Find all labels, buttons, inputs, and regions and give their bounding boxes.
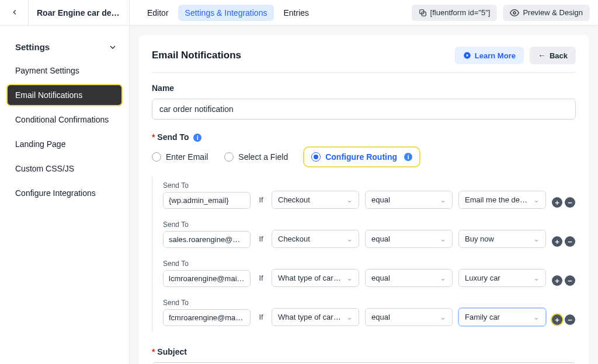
sidebar-item-email-notifications[interactable]: Email Notifications [7,85,122,106]
sidebar-heading-label: Settings [15,42,50,52]
page-title: Email Notifications [152,50,241,61]
if-label: If [256,313,266,326]
form-title: Roar Engine car deal... [36,8,122,18]
chevron-down-icon: ⌄ [440,195,446,204]
back-label: Back [550,51,568,60]
copy-icon [419,9,427,17]
radio-select-a-field-label: Select a Field [238,152,288,162]
sidebar-item-custom-css-js[interactable]: Custom CSS/JS [7,158,122,179]
back-chevron-icon[interactable] [8,5,21,20]
top-tabs: Editor Settings & Integrations Entries [140,5,316,21]
add-rule-icon[interactable] [552,236,562,247]
tab-entries[interactable]: Entries [276,5,316,21]
radio-enter-email[interactable]: Enter Email [152,152,208,162]
tab-editor[interactable]: Editor [140,5,176,21]
arrow-left-icon: ← [538,51,546,60]
subject-label: Subject [152,347,576,356]
chevron-down-icon: ⌄ [533,195,540,204]
info-icon[interactable]: i [404,153,412,161]
rule-sendto-input[interactable] [163,192,251,209]
rule-sendto-label: Send To [163,260,251,268]
rule-sendto-input[interactable] [163,309,251,326]
if-label: If [256,195,266,209]
radio-enter-email-label: Enter Email [166,152,208,162]
chevron-down-icon: ⌄ [346,313,353,321]
rule-op-select[interactable]: equal⌄ [365,269,453,287]
sidebar-item-conditional-confirmations[interactable]: Conditional Confirmations [7,109,122,130]
remove-rule-icon[interactable] [565,197,575,208]
rule-sendto-label: Send To [163,181,251,190]
chevron-down-icon: ⌄ [346,274,353,282]
sidebar-item-configure-integrations[interactable]: Configure Integrations [7,183,122,204]
rule-sendto-label: Send To [163,220,251,229]
add-rule-icon[interactable] [552,314,562,325]
remove-rule-icon[interactable] [565,236,575,247]
chevron-down-icon: ⌄ [533,313,540,321]
learn-more-button[interactable]: Learn More [455,47,524,64]
radio-select-a-field[interactable]: Select a Field [224,152,288,162]
eye-icon [510,8,519,18]
chevron-down-icon: ⌄ [440,313,446,321]
routing-rule: Send To If Checkout⌄ equal⌄ Buy now⌄ [152,215,576,254]
rule-op-select[interactable]: equal⌄ [365,308,453,326]
learn-more-label: Learn More [475,51,516,60]
sidebar-item-payment-settings[interactable]: Payment Settings [7,60,122,81]
chevron-down-icon: ⌄ [346,195,353,204]
svg-point-2 [513,12,516,14]
rule-sendto-input[interactable] [163,270,251,287]
preview-design-label: Preview & Design [523,8,583,17]
preview-design-button[interactable]: Preview & Design [503,5,590,21]
rule-sendto-input[interactable] [163,231,251,248]
send-to-label: Send To i [152,132,576,142]
name-input[interactable] [152,99,576,120]
rule-value-select[interactable]: Family car⌄ [458,308,546,326]
rule-value-select[interactable]: Buy now⌄ [458,230,546,248]
sidebar: Settings Payment Settings Email Notifica… [0,26,130,364]
rule-value-select[interactable]: Luxury car⌄ [458,269,546,287]
if-label: If [256,274,266,287]
sidebar-item-landing-page[interactable]: Landing Page [7,134,122,155]
chevron-down-icon: ⌄ [440,274,446,282]
if-label: If [256,235,266,248]
play-icon [463,51,471,60]
back-button[interactable]: ← Back [530,47,576,64]
rule-field-select[interactable]: What type of car are you⌄ [272,308,359,326]
shortcode-text: [fluentform id="5"] [430,8,491,17]
chevron-down-icon: ⌄ [346,235,353,243]
rule-value-select[interactable]: Email me the details⌄ [458,191,546,209]
routing-rule: Send To If Checkout⌄ equal⌄ Email me the… [152,176,576,215]
tab-settings[interactable]: Settings & Integrations [178,5,274,21]
shortcode-copy[interactable]: [fluentform id="5"] [412,5,498,21]
add-rule-icon[interactable] [552,197,562,208]
routing-rules: Send To If Checkout⌄ equal⌄ Email me the… [152,176,576,332]
rule-field-select[interactable]: What type of car are you⌄ [272,269,359,287]
chevron-down-icon: ⌄ [533,235,540,243]
remove-rule-icon[interactable] [565,275,575,286]
rule-op-select[interactable]: equal⌄ [365,230,453,248]
name-label: Name [152,83,576,93]
rule-sendto-label: Send To [163,299,251,307]
rule-op-select[interactable]: equal⌄ [365,191,453,209]
chevron-down-icon: ⌄ [533,274,540,282]
divider [129,0,130,26]
routing-rule: Send To If What type of car are you⌄ equ… [152,293,576,332]
rule-field-select[interactable]: Checkout⌄ [272,191,359,209]
add-rule-icon[interactable] [552,275,562,286]
routing-rule: Send To If What type of car are you⌄ equ… [152,254,576,293]
info-icon[interactable]: i [193,134,201,142]
sidebar-heading[interactable]: Settings [7,38,122,60]
divider [28,0,29,26]
chevron-down-icon [108,43,117,52]
radio-configure-routing-label: Configure Routing [325,152,397,162]
radio-configure-routing[interactable]: Configure Routing i [304,148,419,166]
remove-rule-icon[interactable] [565,314,575,325]
rule-field-select[interactable]: Checkout⌄ [272,230,359,248]
chevron-down-icon: ⌄ [440,235,446,243]
